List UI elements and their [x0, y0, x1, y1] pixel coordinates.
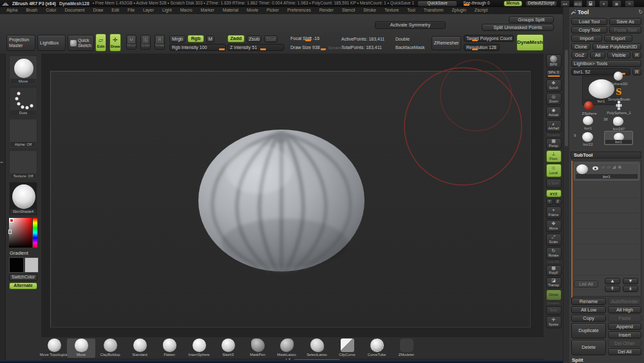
left-tray-divider[interactable]: ◂▸: [0, 54, 6, 363]
tray-brush-move-selected[interactable]: Move: [67, 338, 95, 358]
spix-slider[interactable]: SPix 3: [546, 70, 562, 78]
tool-thumb-zsphere[interactable]: [584, 101, 593, 110]
rotate-view-button[interactable]: ↻Rotate: [546, 247, 562, 259]
tray-brush-move-topological[interactable]: Move Topological: [40, 338, 68, 358]
del-other-button[interactable]: Del Other: [608, 340, 641, 347]
mrgb-button[interactable]: Mrgb: [169, 35, 185, 43]
scale-gizmo-button[interactable]: S Scale: [140, 35, 151, 50]
nav-back-forward-buttons[interactable]: ◂ ▸: [560, 0, 570, 7]
menu-movie[interactable]: Movie: [247, 8, 258, 13]
xpose-button[interactable]: ✢Xpose: [546, 316, 562, 328]
menu-transform[interactable]: Transform: [424, 8, 444, 13]
menu-color[interactable]: Color: [46, 8, 56, 13]
subtool-down-button[interactable]: ▼: [623, 278, 638, 284]
menu-zscript[interactable]: Zscript: [475, 8, 488, 13]
brush-slot[interactable]: Move: [9, 55, 37, 85]
material-slot[interactable]: SkinShade4: [9, 182, 37, 215]
subtool-empty-slot[interactable]: [574, 213, 639, 229]
menu-file[interactable]: File: [128, 8, 135, 13]
menu-light[interactable]: Light: [162, 8, 172, 13]
import-button[interactable]: Import: [571, 35, 602, 42]
menu-stroke[interactable]: Stroke: [363, 8, 376, 13]
copy-subtool-button[interactable]: Copy: [571, 315, 606, 322]
move-gizmo-button[interactable]: M Move: [126, 35, 137, 50]
tray-brush-standard[interactable]: Standard: [126, 338, 154, 358]
menu-marker[interactable]: Marker: [201, 8, 214, 13]
aahalf-button[interactable]: ◐AAHalf: [546, 120, 562, 132]
lsym-button[interactable]: L.Sym: [546, 179, 562, 188]
autoreorder-button[interactable]: AutoReorder: [608, 298, 641, 305]
refresh-icon[interactable]: ↻: [638, 9, 643, 15]
draw-size-slider[interactable]: Draw Size 938: [288, 44, 327, 51]
lightbox-button[interactable]: LightBox: [37, 35, 66, 51]
tool-thumb-bvr1-small[interactable]: [583, 116, 593, 125]
copy-tool-button[interactable]: Copy Tool: [571, 26, 607, 34]
move-view-button[interactable]: ✥Move: [546, 220, 562, 232]
alternate-button[interactable]: Alternate: [9, 282, 37, 289]
ghost-button[interactable]: Ghost: [546, 289, 562, 300]
tray-brush-insertsphere[interactable]: InsertSphere: [185, 338, 213, 358]
projection-master-button[interactable]: Projection Master: [6, 35, 35, 51]
visible-button[interactable]: Visible: [607, 52, 630, 59]
menu-draw[interactable]: Draw: [93, 8, 103, 13]
bpr-button[interactable]: BPR: [546, 54, 562, 68]
edit-button[interactable]: ▱ Edit: [95, 34, 106, 52]
lock-icon[interactable]: [586, 0, 596, 7]
secondary-color-swatch[interactable]: [24, 257, 39, 273]
lightbox-tools-button[interactable]: Lightbox> Tools: [571, 60, 641, 67]
export-button[interactable]: Export: [604, 35, 632, 42]
tray-brush-masklasso[interactable]: MaskLasso: [272, 338, 301, 358]
local-button[interactable]: ☉Local: [546, 164, 562, 177]
menus-toggle[interactable]: Menus: [504, 1, 522, 6]
zsub-button[interactable]: Zsub: [247, 35, 261, 43]
split-section-header[interactable]: Split: [572, 357, 583, 363]
menu-document[interactable]: Document: [64, 8, 84, 13]
tray-brush-slash3[interactable]: Slash3: [214, 338, 242, 358]
frame-button[interactable]: ⌖Frame: [546, 206, 562, 219]
floor-button[interactable]: ⊥Floor: [546, 150, 562, 162]
menu-preferences[interactable]: Preferences: [287, 8, 311, 13]
gradient-label[interactable]: Gradient: [10, 251, 28, 256]
tool-slider-r-button[interactable]: R: [632, 68, 641, 75]
all-high-button[interactable]: All High: [608, 306, 641, 313]
zcut-button[interactable]: Zcut: [264, 35, 278, 43]
make-polymesh3d-button[interactable]: Make PolyMesh3D: [592, 43, 641, 50]
subtool-mini-icons[interactable]: ▱▱◢◉: [601, 164, 623, 170]
subtool-to-bottom-button[interactable]: ↡: [623, 286, 638, 292]
delete-button[interactable]: Delete: [571, 340, 606, 355]
tray-brush-zmodeler[interactable]: ZModeler: [392, 338, 421, 358]
z-button[interactable]: Z: [554, 199, 562, 205]
switch-color-button[interactable]: SwitchColor: [9, 274, 37, 281]
solo-button[interactable]: Solo: [546, 306, 562, 315]
activate-symmetry-button[interactable]: Activate Symmetry: [375, 21, 446, 29]
subtool-empty-slot[interactable]: [574, 182, 639, 198]
palette-scroll-thumb[interactable]: [565, 50, 568, 146]
persp-button[interactable]: ▦Persp: [546, 138, 562, 149]
append-button[interactable]: Append: [608, 323, 641, 330]
menu-zplugin[interactable]: Zplugin: [451, 8, 466, 13]
quicksave-button[interactable]: QuickSave: [417, 1, 457, 6]
tool-palette-header[interactable]: Tool ↻: [571, 8, 643, 15]
menu-picker[interactable]: Picker: [267, 8, 279, 13]
tool-thumb-bvr22[interactable]: [582, 132, 593, 142]
insert-button[interactable]: Insert: [608, 331, 641, 338]
zadd-button[interactable]: Zadd: [227, 35, 245, 43]
tool-thumb-simplebrush-icon[interactable]: S: [616, 87, 621, 97]
transp-button[interactable]: ◪Transp: [546, 277, 562, 288]
del-all-button[interactable]: Del All: [608, 348, 641, 355]
alpha-slot[interactable]: Alpha: Off: [9, 119, 37, 148]
tray-brush-claybuildup[interactable]: ClayBuildup: [96, 338, 124, 358]
menu-material[interactable]: Material: [223, 8, 238, 13]
duplicate-button[interactable]: Duplicate: [571, 323, 606, 338]
rgb-intensity-slider[interactable]: Rgb Intensity 100: [169, 44, 226, 51]
tray-brush-flatten[interactable]: Flatten: [155, 338, 184, 358]
see-through-slider[interactable]: See-through 0: [460, 1, 500, 6]
menu-stencil[interactable]: Stencil: [342, 8, 355, 13]
polyf-button[interactable]: ▦PolyF: [546, 265, 562, 276]
tray-brush-curvetube[interactable]: CurveTube: [363, 338, 391, 358]
z-intensity-slider[interactable]: Z Intensity 51: [227, 44, 284, 51]
subtool-empty-slot[interactable]: [574, 244, 639, 260]
split-unmasked-points-button[interactable]: Split Unmasked Points: [482, 24, 554, 31]
default-zscript-button[interactable]: DefaultZScript: [526, 1, 557, 6]
subtool-empty-slot[interactable]: [574, 229, 639, 244]
